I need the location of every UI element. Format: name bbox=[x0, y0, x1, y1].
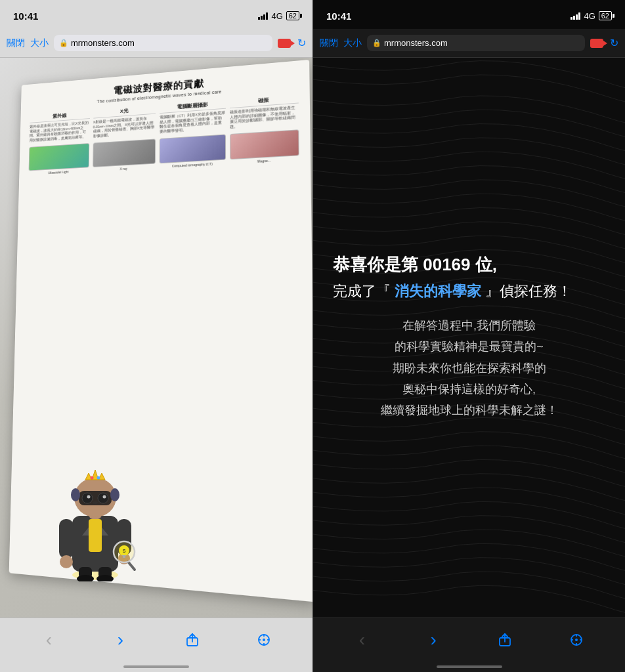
left-close-button[interactable]: 關閉 bbox=[7, 37, 25, 49]
right-text-content: 恭喜你是第 00169 位, 完成了『 消失的科學家 』偵探任務！ 在解答過程中… bbox=[313, 241, 625, 434]
left-network-label: 4G bbox=[271, 11, 282, 21]
right-bookmark-button[interactable] bbox=[562, 625, 591, 654]
left-camera-icon[interactable] bbox=[278, 39, 291, 48]
left-back-button[interactable]: ‹ bbox=[35, 625, 64, 654]
svg-rect-12 bbox=[123, 555, 125, 558]
poster-img-col3: Computed tomography (CT) bbox=[160, 134, 226, 168]
svg-marker-24 bbox=[85, 470, 105, 480]
right-refresh-icon[interactable]: ↻ bbox=[610, 37, 618, 49]
right-status-bar: 10:41 4G 62 bbox=[313, 0, 625, 29]
congrats-line2: 完成了『 消失的科學家 』偵探任務！ bbox=[333, 282, 605, 302]
left-status-time: 10:41 bbox=[13, 10, 38, 22]
congrats-line1: 恭喜你是第 00169 位, bbox=[333, 254, 605, 276]
right-back-button[interactable]: ‹ bbox=[347, 625, 376, 654]
poster-col4-text: 磁振造影利用強磁場和無線電波產生人體內部的詳細圖像，不使用輻射，廣泛用於診斷腦部… bbox=[230, 105, 299, 130]
congrats-body: 在解答過程中,我們所體驗 的科學實驗精神是最寶貴的~ 期盼未來你也能在探索科學的… bbox=[333, 315, 605, 421]
svg-text:S: S bbox=[123, 549, 126, 553]
right-share-button[interactable] bbox=[490, 625, 519, 654]
poster-col-extra: 磁振 磁振造影利用強磁場和無線電波產生人體內部的詳細圖像，不使用輻射，廣泛用於診… bbox=[229, 94, 299, 130]
right-url-bar[interactable]: 🔒 mrmonsters.com bbox=[367, 35, 585, 51]
congrats-suffix: 』偵探任務！ bbox=[485, 283, 572, 299]
poster-img-col4: Magne... bbox=[230, 129, 299, 165]
svg-point-26 bbox=[97, 476, 100, 480]
svg-point-17 bbox=[82, 493, 93, 503]
poster-col-ct: 電腦斷層攝影 電腦斷層（CT）利用X光從多個角度掃描人體，電腦重建出三維影像，幫… bbox=[160, 100, 226, 135]
left-phone-panel: 10:41 4G 62 關閉 大小 🔒 mrmonsters.com ↻ bbox=[0, 0, 312, 672]
svg-rect-4 bbox=[89, 519, 102, 552]
svg-point-22 bbox=[71, 488, 80, 501]
left-lock-icon: 🔒 bbox=[59, 39, 68, 47]
left-refresh-icon[interactable]: ↻ bbox=[297, 37, 306, 49]
right-bottom-nav: ‹ › bbox=[313, 618, 625, 672]
svg-point-20 bbox=[103, 495, 106, 499]
left-battery-icon: 62 bbox=[286, 11, 299, 20]
body-line5: 繼續發掘地球上的科學未解之謎！ bbox=[333, 400, 605, 421]
congrats-prefix: 完成了『 bbox=[333, 283, 391, 299]
left-browser-actions: ↻ bbox=[278, 37, 306, 49]
mascot-character: S bbox=[53, 450, 138, 581]
left-share-button[interactable] bbox=[178, 625, 207, 654]
left-url-text: mrmonsters.com bbox=[71, 38, 135, 48]
poster-col3-text: 電腦斷層（CT）利用X光從多個角度掃描人體，電腦重建出三維影像，幫助醫生從各個角… bbox=[160, 111, 226, 135]
right-size-button[interactable]: 大小 bbox=[343, 37, 362, 49]
left-size-button[interactable]: 大小 bbox=[30, 37, 49, 49]
right-lock-icon: 🔒 bbox=[372, 39, 381, 47]
right-url-text: mrmonsters.com bbox=[384, 38, 448, 48]
poster-img-uv bbox=[29, 143, 89, 171]
poster-col-xray: X光 X射線是一種高能電磁波，波長在0.01nm-10nm之間。X光可以穿透人體… bbox=[93, 105, 156, 139]
poster-img-xray bbox=[93, 138, 156, 167]
poster-img-col1: Ultraviolet Light bbox=[28, 143, 89, 176]
right-browser-bar: 關閉 大小 🔒 mrmonsters.com ↻ bbox=[313, 29, 625, 58]
left-status-icons: 4G 62 bbox=[258, 11, 299, 21]
right-phone-panel: 10:41 4G 62 關閉 大小 🔒 mrmonsters.com ↻ bbox=[312, 0, 625, 672]
poster-col-uv: 紫外線 紫外線是波長比可見光短，比X光長的電磁波，波長大約在10nm-400nm… bbox=[30, 110, 90, 143]
right-browser-actions: ↻ bbox=[590, 37, 618, 49]
poster-col1-text: 紫外線是波長比可見光短，比X光長的電磁波，波長大約在10nm-400nm之間。紫… bbox=[30, 121, 90, 144]
poster-img-mri bbox=[230, 129, 299, 159]
poster-col2-text: X射線是一種高能電磁波，波長在0.01nm-10nm之間。X光可以穿透人體組織，… bbox=[93, 116, 156, 138]
body-line1: 在解答過程中,我們所體驗 bbox=[333, 315, 605, 336]
congrats-highlight: 消失的科學家 bbox=[391, 283, 485, 299]
body-line2: 的科學實驗精神是最寶貴的~ bbox=[333, 336, 605, 357]
body-line4: 奧秘中保持這樣的好奇心, bbox=[333, 379, 605, 400]
svg-point-21 bbox=[93, 501, 98, 504]
svg-point-25 bbox=[91, 476, 94, 480]
right-status-icons: 4G 62 bbox=[571, 11, 612, 21]
left-bottom-nav: ‹ › bbox=[0, 618, 312, 672]
right-close-button[interactable]: 關閉 bbox=[320, 37, 338, 49]
right-network-label: 4G bbox=[584, 11, 595, 21]
svg-rect-5 bbox=[59, 519, 74, 558]
left-home-indicator bbox=[123, 665, 189, 668]
left-browser-bar: 關閉 大小 🔒 mrmonsters.com ↻ bbox=[0, 29, 312, 58]
svg-point-42 bbox=[575, 639, 578, 641]
svg-point-23 bbox=[110, 488, 119, 501]
poster-img-ct bbox=[160, 134, 226, 163]
svg-point-34 bbox=[263, 639, 265, 641]
right-forward-button[interactable]: › bbox=[419, 625, 448, 654]
left-signal-icon bbox=[258, 12, 268, 20]
svg-line-9 bbox=[128, 562, 135, 570]
right-camera-icon[interactable] bbox=[590, 39, 603, 48]
right-battery-icon: 62 bbox=[599, 11, 612, 20]
right-signal-icon bbox=[571, 12, 580, 20]
left-main-content: 電磁波對醫療的貢獻 The contribution of electromag… bbox=[0, 58, 312, 618]
right-main-content: .wave-line { fill: none; stroke: #ffffff… bbox=[313, 58, 625, 618]
left-url-bar[interactable]: 🔒 mrmonsters.com bbox=[54, 35, 272, 51]
right-status-time: 10:41 bbox=[326, 10, 351, 22]
poster-img-col2: X-ray bbox=[93, 138, 156, 172]
svg-point-19 bbox=[87, 495, 91, 499]
left-forward-button[interactable]: › bbox=[106, 625, 135, 654]
svg-point-7 bbox=[60, 555, 73, 568]
svg-point-18 bbox=[98, 493, 108, 503]
right-home-indicator bbox=[437, 665, 502, 668]
left-status-bar: 10:41 4G 62 bbox=[0, 0, 312, 29]
body-line3: 期盼未來你也能在探索科學的 bbox=[333, 358, 605, 379]
left-bookmark-button[interactable] bbox=[249, 625, 278, 654]
